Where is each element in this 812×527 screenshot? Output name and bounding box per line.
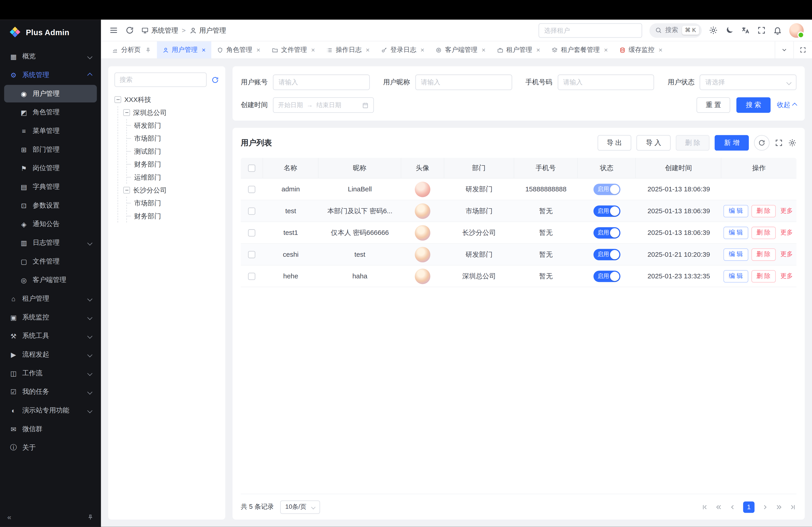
- hamburger-menu-icon[interactable]: [109, 26, 118, 35]
- row-checkbox[interactable]: [248, 273, 256, 280]
- sidebar-item-system-management[interactable]: ⚙系统管理: [4, 66, 97, 84]
- edit-button[interactable]: 编 辑: [724, 270, 748, 282]
- sidebar-item-process-start[interactable]: ▶流程发起: [4, 346, 97, 363]
- row-delete-button[interactable]: 删 除: [751, 248, 776, 260]
- close-icon[interactable]: ×: [202, 46, 205, 54]
- status-toggle[interactable]: 启用: [593, 249, 620, 260]
- tab-tenant-package-management[interactable]: 租户套餐管理×: [546, 42, 613, 59]
- sidebar-item-about[interactable]: ⓘ关于: [4, 439, 97, 456]
- row-delete-button[interactable]: 删 除: [751, 205, 776, 217]
- row-checkbox[interactable]: [248, 186, 256, 193]
- nickname-input[interactable]: [415, 75, 512, 90]
- tab-tenant-management[interactable]: 租户管理×: [491, 42, 546, 59]
- sidebar-item-dept-management[interactable]: ⊞部门管理: [4, 141, 97, 158]
- sidebar-item-system-monitor[interactable]: ▣系统监控: [4, 308, 97, 326]
- tree-node-dept[interactable]: 运维部门: [132, 171, 219, 184]
- tab-file-management[interactable]: 文件管理×: [266, 42, 320, 59]
- close-icon[interactable]: ×: [604, 46, 608, 54]
- global-search-button[interactable]: 搜索 ⌘ K: [649, 23, 702, 37]
- sidebar-item-dict-management[interactable]: ▤字典管理: [4, 178, 97, 196]
- tree-node-dept[interactable]: 财务部门: [132, 158, 219, 171]
- tree-node-company[interactable]: XXX科技: [114, 93, 219, 106]
- sidebar-item-my-tasks[interactable]: ☑我的任务: [4, 383, 97, 401]
- add-button[interactable]: 新 增: [715, 135, 749, 151]
- collapse-filters-link[interactable]: 收起: [777, 100, 796, 109]
- collapse-node-icon[interactable]: [123, 109, 130, 116]
- notifications-bell-icon[interactable]: [773, 26, 782, 35]
- tree-node-branch[interactable]: 深圳总公司: [123, 106, 219, 119]
- row-delete-button[interactable]: 删 除: [751, 226, 776, 239]
- tree-node-dept[interactable]: 财务部门: [132, 210, 219, 223]
- tab-cache-monitor[interactable]: 缓存监控×: [613, 42, 668, 59]
- first-page-icon[interactable]: [701, 503, 709, 511]
- status-toggle[interactable]: 启用: [593, 270, 620, 282]
- edit-button[interactable]: 编 辑: [724, 248, 748, 260]
- tab-list-dropdown-icon[interactable]: [775, 42, 794, 59]
- dark-mode-moon-icon[interactable]: [725, 26, 734, 35]
- tree-node-dept[interactable]: 市场部门: [132, 197, 219, 209]
- jump-forward-icon[interactable]: [775, 503, 782, 511]
- search-button[interactable]: 搜 索: [737, 97, 771, 113]
- row-checkbox[interactable]: [248, 229, 256, 237]
- more-button[interactable]: 更多: [779, 248, 794, 260]
- refresh-page-icon[interactable]: [126, 26, 134, 35]
- sidebar-item-user-management[interactable]: ◉用户管理: [4, 85, 97, 103]
- collapse-node-icon[interactable]: [114, 96, 121, 103]
- tab-login-log[interactable]: 登录日志×: [375, 42, 430, 59]
- collapse-node-icon[interactable]: [123, 187, 130, 194]
- sidebar-item-post-management[interactable]: ⚑岗位管理: [4, 160, 97, 177]
- pin-sidebar-icon[interactable]: [87, 514, 94, 521]
- account-input[interactable]: [273, 75, 370, 90]
- close-icon[interactable]: ×: [481, 46, 485, 54]
- tab-analysis-page[interactable]: 分析页: [106, 42, 157, 59]
- last-page-icon[interactable]: [789, 503, 796, 511]
- breadcrumb-system[interactable]: 系统管理: [142, 26, 178, 35]
- current-page-button[interactable]: 1: [743, 501, 755, 513]
- row-checkbox[interactable]: [248, 208, 256, 215]
- content-fullscreen-icon[interactable]: [793, 42, 812, 59]
- phone-input[interactable]: [557, 75, 654, 90]
- select-all-checkbox[interactable]: [248, 165, 255, 172]
- close-icon[interactable]: ×: [420, 46, 424, 54]
- app-logo[interactable]: Plus Admin: [0, 20, 101, 44]
- tree-node-dept[interactable]: 测试部门: [132, 145, 219, 158]
- table-refresh-icon[interactable]: [754, 135, 770, 151]
- sidebar-item-log-management[interactable]: ▥日志管理: [4, 234, 97, 252]
- close-icon[interactable]: ×: [311, 46, 315, 54]
- edit-button[interactable]: 编 辑: [724, 226, 748, 239]
- tab-client-management[interactable]: 客户端管理×: [430, 42, 491, 59]
- delete-button[interactable]: 删 除: [676, 135, 710, 151]
- sidebar-item-tenant-management[interactable]: ⌂租户管理: [4, 290, 97, 307]
- collapse-sidebar-icon[interactable]: «: [7, 513, 11, 521]
- sidebar-item-menu-management[interactable]: ≡菜单管理: [4, 122, 97, 140]
- reset-button[interactable]: 重 置: [696, 97, 730, 113]
- tree-search-input[interactable]: [114, 72, 207, 87]
- tree-node-branch[interactable]: 长沙分公司: [123, 184, 219, 197]
- sidebar-item-overview[interactable]: ▦概览: [4, 48, 97, 65]
- status-toggle[interactable]: 启用: [593, 205, 620, 216]
- sidebar-item-client-management[interactable]: ◎客户端管理: [4, 271, 97, 289]
- pin-icon[interactable]: [145, 47, 151, 53]
- edit-button[interactable]: 编 辑: [724, 205, 748, 217]
- tree-node-dept[interactable]: 研发部门: [132, 119, 219, 132]
- language-translate-icon[interactable]: [741, 26, 750, 35]
- close-icon[interactable]: ×: [257, 46, 260, 54]
- settings-gear-icon[interactable]: [709, 26, 718, 35]
- status-select[interactable]: 请选择: [700, 75, 796, 90]
- tab-role-management[interactable]: 角色管理×: [211, 42, 266, 59]
- sidebar-item-role-management[interactable]: ◩角色管理: [4, 104, 97, 121]
- sidebar-item-param-settings[interactable]: ⊡参数设置: [4, 197, 97, 214]
- more-button[interactable]: 更多: [779, 270, 794, 282]
- tenant-select-input[interactable]: [538, 23, 642, 37]
- import-button[interactable]: 导 入: [637, 135, 670, 151]
- close-icon[interactable]: ×: [536, 46, 540, 54]
- page-size-select[interactable]: 10条/页: [280, 500, 320, 514]
- tree-node-dept[interactable]: 市场部门: [132, 132, 219, 145]
- jump-back-icon[interactable]: [715, 503, 723, 511]
- tab-operation-log[interactable]: 操作日志×: [321, 42, 375, 59]
- more-button[interactable]: 更多: [779, 226, 794, 239]
- sidebar-item-file-management[interactable]: ▢文件管理: [4, 253, 97, 270]
- close-icon[interactable]: ×: [658, 46, 663, 54]
- row-checkbox[interactable]: [248, 251, 256, 258]
- sidebar-item-workflow[interactable]: ◫工作流: [4, 364, 97, 382]
